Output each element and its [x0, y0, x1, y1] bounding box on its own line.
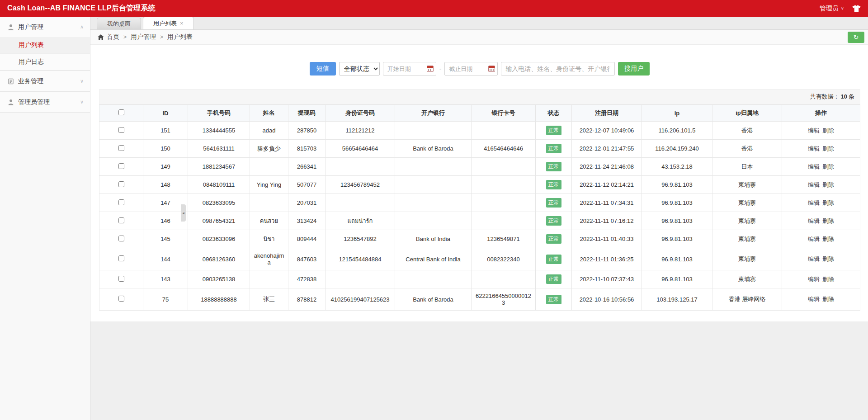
sidebar-group-0[interactable]: 用户管理∧	[0, 17, 90, 37]
edit-link[interactable]: 编辑	[808, 255, 820, 262]
search-user-button[interactable]: 搜用户	[618, 62, 650, 76]
status-select[interactable]: 全部状态	[339, 62, 380, 76]
cell-phone: 18888888888	[188, 288, 250, 311]
sidebar-item-用户日志[interactable]: 用户日志	[0, 54, 90, 71]
breadcrumb-item-首页[interactable]: 首页	[107, 33, 119, 40]
cell-ip-location: 柬埔寨	[712, 176, 782, 194]
row-checkbox[interactable]	[118, 127, 124, 133]
cell-name	[250, 194, 288, 212]
cell-bank	[395, 270, 472, 288]
delete-link[interactable]: 删除	[822, 236, 834, 242]
cell-card	[472, 122, 536, 140]
sidebar-group-1[interactable]: 业务管理∨	[0, 71, 90, 91]
tab-用户列表[interactable]: 用户列表×	[143, 17, 194, 29]
search-input[interactable]	[501, 62, 615, 76]
edit-link[interactable]: 编辑	[808, 236, 820, 242]
cell-id_card	[326, 158, 395, 176]
cell-id: 144	[143, 248, 188, 270]
delete-link[interactable]: 删除	[822, 255, 834, 262]
delete-link[interactable]: 删除	[822, 199, 834, 206]
user-table: ID手机号码姓名提现码身份证号码开户银行银行卡号状态注册日期ipip归属地操作 …	[99, 104, 860, 311]
delete-link[interactable]: 删除	[822, 127, 834, 134]
table-row: 7518888888888张三878812410256199407125623B…	[99, 288, 860, 311]
delete-link[interactable]: 删除	[822, 163, 834, 170]
row-checkbox[interactable]	[118, 236, 124, 241]
row-checkbox[interactable]	[118, 217, 124, 223]
column-header-ID: ID	[143, 105, 188, 122]
edit-link[interactable]: 编辑	[808, 296, 820, 302]
cell-date: 2022-10-16 10:56:56	[572, 288, 642, 311]
breadcrumb: 首页>用户管理>用户列表 ↻	[90, 30, 868, 45]
cell-ip: 96.9.81.103	[642, 176, 712, 194]
cell-date: 2022-11-24 21:46:08	[572, 158, 642, 176]
row-checkbox[interactable]	[118, 181, 124, 187]
cell-actions: 编辑删除	[782, 288, 860, 311]
edit-link[interactable]: 编辑	[808, 145, 820, 152]
admin-user-menu[interactable]: 管理员 ∨	[820, 5, 844, 13]
sidebar-group-label: 业务管理	[18, 77, 43, 85]
calendar-icon[interactable]	[427, 66, 434, 72]
cell-bank	[395, 212, 472, 230]
summary-band: 共有数据：10条	[99, 89, 860, 104]
close-icon[interactable]: ×	[180, 20, 184, 26]
chevron-down-icon: ∨	[80, 78, 84, 84]
row-checkbox-cell	[99, 270, 143, 288]
status-badge: 正常	[546, 162, 561, 171]
cell-status: 正常	[536, 288, 572, 311]
row-checkbox[interactable]	[118, 145, 124, 151]
sidebar-collapse-handle[interactable]: ◂	[181, 204, 186, 222]
breadcrumb-item-用户管理[interactable]: 用户管理	[131, 33, 156, 40]
edit-link[interactable]: 编辑	[808, 199, 820, 206]
cell-bank: Bank of Baroda	[395, 288, 472, 311]
delete-link[interactable]: 删除	[822, 145, 834, 152]
cell-name: Ying Ying	[250, 176, 288, 194]
delete-link[interactable]: 删除	[822, 296, 834, 302]
cell-id_card: 123456789452	[326, 176, 395, 194]
edit-link[interactable]: 编辑	[808, 163, 820, 170]
edit-link[interactable]: 编辑	[808, 276, 820, 283]
row-checkbox[interactable]	[118, 255, 124, 261]
cell-phone: 0968126360	[188, 248, 250, 270]
sms-button[interactable]: 短信	[310, 62, 336, 76]
cell-name	[250, 158, 288, 176]
sidebar-group: 用户管理∧用户列表用户日志	[0, 17, 90, 71]
row-checkbox[interactable]	[118, 296, 124, 302]
row-checkbox-cell	[99, 122, 143, 140]
delete-link[interactable]: 删除	[822, 217, 834, 224]
breadcrumb-separator: >	[123, 34, 127, 40]
cell-bank	[395, 158, 472, 176]
tab-我的桌面[interactable]: 我的桌面	[97, 18, 141, 29]
row-checkbox-cell	[99, 248, 143, 270]
status-badge: 正常	[546, 216, 561, 226]
cell-ip: 96.9.81.103	[642, 248, 712, 270]
cell-id_card: 1215454484884	[326, 248, 395, 270]
table-row: 1491881234567266341正常2022-11-24 21:46:08…	[99, 158, 860, 176]
row-checkbox[interactable]	[118, 199, 124, 205]
tab-label: 用户列表	[153, 19, 177, 28]
row-checkbox[interactable]	[118, 276, 124, 282]
breadcrumb-item-用户列表[interactable]: 用户列表	[167, 33, 193, 40]
column-header-操作: 操作	[782, 105, 860, 122]
column-header-银行卡号: 银行卡号	[472, 105, 536, 122]
theme-shirt-icon[interactable]	[852, 5, 861, 12]
breadcrumb-separator: >	[160, 34, 163, 40]
refresh-button[interactable]: ↻	[848, 32, 864, 43]
edit-link[interactable]: 编辑	[808, 217, 820, 224]
delete-link[interactable]: 删除	[822, 181, 834, 188]
table-row: 1430903265138472838正常2022-11-10 07:37:43…	[99, 270, 860, 288]
row-checkbox-cell	[99, 158, 143, 176]
cell-ip: 116.206.101.5	[642, 122, 712, 140]
cell-code: 287850	[288, 122, 326, 140]
sidebar-group-2[interactable]: 管理员管理∨	[0, 92, 90, 112]
select-all-checkbox[interactable]	[118, 109, 124, 115]
delete-link[interactable]: 删除	[822, 276, 834, 283]
edit-link[interactable]: 编辑	[808, 127, 820, 134]
calendar-icon[interactable]	[488, 66, 495, 72]
edit-link[interactable]: 编辑	[808, 181, 820, 188]
cell-ip: 103.193.125.17	[642, 288, 712, 311]
row-checkbox-cell	[99, 230, 143, 248]
cell-ip-location: 柬埔寨	[712, 230, 782, 248]
row-checkbox[interactable]	[118, 163, 124, 169]
sidebar-item-用户列表[interactable]: 用户列表	[0, 37, 90, 54]
column-header-ip: ip	[642, 105, 712, 122]
